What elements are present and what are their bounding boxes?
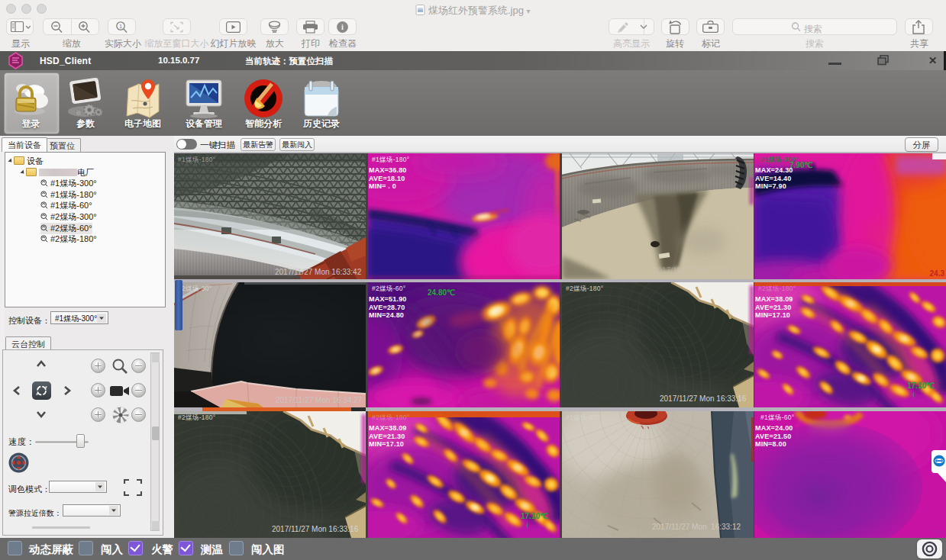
- svg-text:1: 1: [119, 23, 122, 30]
- svg-text:i: i: [341, 23, 344, 31]
